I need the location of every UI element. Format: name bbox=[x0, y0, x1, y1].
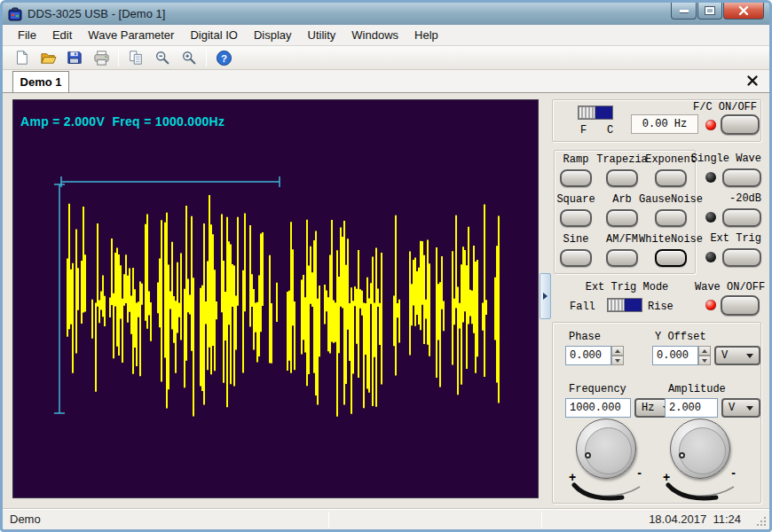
y-offset-up-button[interactable] bbox=[698, 346, 711, 356]
minus20db-label: -20dB bbox=[729, 192, 761, 205]
copy-button[interactable] bbox=[124, 47, 147, 68]
wave-button-ramp[interactable] bbox=[560, 169, 592, 187]
amplitude-knob[interactable] bbox=[670, 419, 730, 479]
ext-trig-label: Ext Trig bbox=[710, 232, 761, 245]
phase-spinbox bbox=[565, 346, 624, 365]
tab-bar: Demo 1 bbox=[3, 70, 769, 93]
title-bar: DDS-3025 USB - [Demo 1] bbox=[3, 3, 769, 25]
status-separator bbox=[328, 512, 329, 528]
ext-trig-mode-title: Ext Trig Mode bbox=[554, 281, 700, 293]
tab-demo1[interactable]: Demo 1 bbox=[12, 71, 69, 92]
wave-button-gausenoise[interactable] bbox=[655, 209, 687, 227]
y-offset-unit-value: V bbox=[721, 349, 728, 362]
svg-text:?: ? bbox=[221, 52, 227, 63]
minus20db-button[interactable] bbox=[722, 208, 761, 227]
new-button[interactable] bbox=[10, 47, 33, 68]
menu-bar: File Edit Wave Parameter Digital IO Disp… bbox=[3, 25, 769, 46]
help-button[interactable]: ? bbox=[212, 47, 235, 68]
toolbar-separator bbox=[206, 49, 207, 66]
close-icon bbox=[738, 5, 749, 16]
arrow-up-icon bbox=[702, 349, 707, 353]
zoom-in-button[interactable] bbox=[177, 47, 201, 68]
fc-right-label: C bbox=[607, 124, 613, 137]
single-wave-button[interactable] bbox=[722, 168, 761, 187]
knob-indicator-dot bbox=[679, 452, 685, 458]
menu-utility[interactable]: Utility bbox=[300, 26, 344, 44]
fc-readout: 0.00 Hz bbox=[631, 114, 698, 134]
chevron-down-icon bbox=[746, 406, 753, 411]
y-offset-unit-dropdown[interactable]: V bbox=[714, 346, 760, 365]
open-folder-icon bbox=[40, 50, 57, 66]
wave-label-whitenoise: WhiteNoise bbox=[639, 233, 703, 246]
wave-button-square[interactable] bbox=[560, 209, 592, 227]
fc-led bbox=[705, 120, 716, 130]
frequency-label: Frequency bbox=[569, 383, 626, 395]
phase-label: Phase bbox=[569, 331, 601, 343]
wave-select-group: Ramp Trapezia Exponent Square Arb GauseN… bbox=[554, 150, 696, 274]
wave-onoff-label: Wave ON/OFF bbox=[695, 281, 761, 293]
knob-minus-label: - bbox=[637, 466, 642, 480]
single-wave-led bbox=[705, 172, 716, 183]
fc-group: F C 0.00 Hz F/C ON/OFF bbox=[552, 99, 761, 142]
menu-edit[interactable]: Edit bbox=[44, 26, 80, 44]
toolbar: ? bbox=[3, 46, 769, 70]
open-button[interactable] bbox=[36, 47, 59, 68]
phase-input[interactable] bbox=[565, 346, 611, 365]
tab-close-icon[interactable] bbox=[746, 74, 759, 87]
arrow-down-icon bbox=[615, 359, 620, 363]
phase-down-button[interactable] bbox=[611, 356, 624, 365]
waveform-readout-text: Amp = 2.000V Freq = 1000.000Hz bbox=[20, 114, 225, 129]
minimize-button[interactable] bbox=[671, 3, 697, 20]
fc-switch[interactable] bbox=[578, 106, 613, 120]
fall-rise-switch-handle bbox=[608, 299, 625, 311]
amplitude-unit-dropdown[interactable]: V bbox=[721, 398, 760, 418]
menu-wave-parameter[interactable]: Wave Parameter bbox=[80, 26, 182, 44]
menu-file[interactable]: File bbox=[10, 26, 44, 44]
wave-onoff-button[interactable] bbox=[721, 295, 760, 316]
frequency-knob[interactable] bbox=[576, 419, 636, 479]
status-bar: Demo 18.04.2017 11:24 bbox=[3, 508, 769, 529]
menu-help[interactable]: Help bbox=[406, 26, 446, 44]
new-document-icon bbox=[13, 50, 29, 66]
app-icon bbox=[8, 7, 22, 21]
wave-label-arb: Arb bbox=[612, 193, 632, 206]
wave-button-whitenoise-active[interactable] bbox=[655, 249, 687, 267]
parameters-group: Phase Y Offset V Frequency bbox=[552, 322, 761, 504]
maximize-button[interactable] bbox=[697, 3, 722, 20]
printer-icon bbox=[93, 50, 110, 66]
wave-button-exponent[interactable] bbox=[655, 169, 687, 187]
toolbar-separator bbox=[118, 49, 119, 66]
resize-grip[interactable] bbox=[755, 515, 768, 528]
fall-rise-switch[interactable] bbox=[607, 298, 642, 312]
waveform-display: Amp = 2.000V Freq = 1000.000Hz bbox=[12, 99, 539, 498]
menu-display[interactable]: Display bbox=[246, 26, 300, 44]
y-offset-input[interactable] bbox=[652, 346, 698, 365]
ext-trig-button[interactable] bbox=[722, 248, 761, 267]
wave-button-amfm[interactable] bbox=[606, 249, 638, 267]
knob-indicator-dot bbox=[585, 452, 591, 458]
menu-digital-io[interactable]: Digital IO bbox=[182, 26, 245, 44]
panel-splitter-button[interactable] bbox=[540, 273, 551, 319]
zoom-out-button[interactable] bbox=[151, 47, 174, 68]
side-controls: Single Wave -20dB Ext Trig bbox=[697, 150, 761, 274]
maximize-icon bbox=[705, 7, 714, 14]
amplitude-input[interactable] bbox=[665, 398, 718, 418]
fc-onoff-button[interactable] bbox=[721, 114, 760, 135]
fc-switch-handle bbox=[579, 106, 595, 119]
print-button[interactable] bbox=[90, 47, 113, 68]
close-button[interactable] bbox=[723, 3, 764, 20]
tab-label: Demo 1 bbox=[20, 75, 62, 89]
wave-button-arb[interactable] bbox=[606, 209, 638, 227]
save-floppy-icon bbox=[67, 50, 83, 66]
wave-label-trapezia: Trapezia bbox=[596, 153, 648, 166]
wave-button-trapezia[interactable] bbox=[606, 169, 638, 187]
save-button[interactable] bbox=[63, 47, 86, 68]
frequency-input[interactable] bbox=[565, 398, 631, 418]
ext-trig-led bbox=[705, 252, 716, 262]
fc-left-label: F bbox=[580, 124, 587, 137]
menu-windows[interactable]: Windows bbox=[343, 26, 406, 44]
y-offset-down-button[interactable] bbox=[698, 356, 711, 365]
phase-up-button[interactable] bbox=[611, 346, 624, 356]
amplitude-unit-value: V bbox=[729, 402, 735, 414]
wave-button-sine[interactable] bbox=[560, 249, 592, 267]
